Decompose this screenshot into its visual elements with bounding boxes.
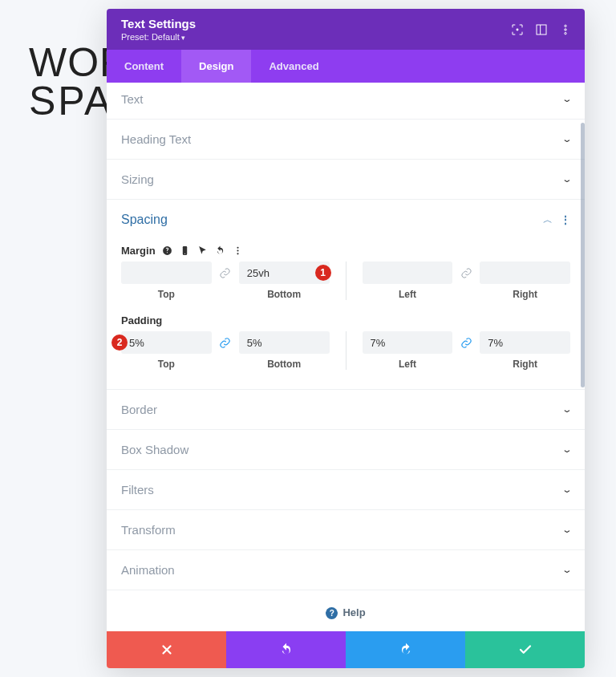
chevron-up-icon[interactable]: ︿: [543, 213, 553, 227]
padding-bottom-label: Bottom: [239, 359, 330, 370]
padding-top-label: Top: [121, 359, 212, 370]
svg-rect-1: [537, 25, 546, 34]
separator: [346, 261, 346, 300]
section-spacing: Spacing ︿ ⋮ Margin: [107, 200, 585, 390]
margin-inputs: Top Bottom 1: [121, 261, 570, 300]
margin-top-input[interactable]: [121, 261, 212, 284]
margin-left-input[interactable]: [363, 261, 453, 284]
section-sizing-label: Sizing: [121, 172, 154, 186]
help-text: Help: [342, 606, 365, 618]
modal-footer: [107, 631, 585, 668]
chevron-down-icon: ⌄: [561, 94, 573, 104]
focus-icon[interactable]: [511, 23, 524, 36]
link-icon[interactable]: [218, 261, 233, 284]
svg-point-4: [565, 28, 566, 30]
section-transform[interactable]: Transform ⌄: [107, 510, 585, 550]
padding-bottom-input[interactable]: [239, 331, 330, 354]
margin-bottom-label: Bottom: [239, 289, 330, 300]
header-icons: [511, 23, 572, 36]
section-more-icon[interactable]: ⋮: [561, 214, 570, 225]
section-sizing[interactable]: Sizing ⌄: [107, 160, 585, 200]
link-icon[interactable]: [459, 261, 473, 284]
section-box-shadow-label: Box Shadow: [121, 443, 188, 456]
margin-subhead: Margin: [121, 245, 570, 257]
section-filters-label: Filters: [121, 483, 154, 497]
margin-left-label: Left: [363, 289, 453, 300]
svg-point-5: [565, 32, 566, 34]
help-icon: ?: [326, 607, 338, 619]
modal-body: Text ⌄ Heading Text ⌄ Sizing ⌄ Spacing ︿…: [107, 83, 585, 631]
margin-top-label: Top: [121, 289, 212, 300]
margin-right-input[interactable]: [480, 261, 570, 284]
more-vert-icon[interactable]: [559, 23, 572, 36]
svg-point-3: [565, 25, 566, 26]
padding-right-input[interactable]: [480, 331, 570, 354]
separator: [346, 331, 346, 370]
spacing-header-right: ︿ ⋮: [543, 213, 570, 227]
tab-advanced[interactable]: Advanced: [251, 50, 336, 83]
padding-right-label: Right: [480, 359, 570, 370]
section-box-shadow[interactable]: Box Shadow ⌄: [107, 430, 585, 470]
chevron-down-icon: ⌄: [561, 525, 573, 535]
spacing-header[interactable]: Spacing ︿ ⋮: [121, 213, 570, 227]
section-border-label: Border: [121, 403, 157, 416]
padding-left-label: Left: [363, 359, 453, 370]
chevron-down-icon: ⌄: [561, 565, 573, 575]
modal-header: Text Settings Preset: Default: [107, 9, 585, 50]
svg-point-8: [237, 247, 239, 249]
redo-button[interactable]: [346, 631, 465, 668]
callout-1: 1: [315, 265, 331, 281]
chevron-down-icon: ⌄: [561, 404, 573, 415]
spacing-label: Spacing: [121, 213, 168, 227]
scrollbar[interactable]: [581, 123, 585, 387]
svg-point-7: [184, 253, 185, 254]
layout-icon[interactable]: [535, 23, 548, 36]
help-icon[interactable]: [162, 245, 173, 257]
phone-icon[interactable]: [180, 245, 191, 257]
svg-point-10: [237, 253, 239, 254]
save-button[interactable]: [465, 631, 585, 668]
undo-button[interactable]: [226, 631, 346, 668]
padding-inputs: 2 Top Bottom: [121, 331, 570, 370]
section-text-label: Text: [121, 92, 144, 106]
help-link[interactable]: ?Help: [107, 590, 585, 630]
chevron-down-icon: ⌄: [561, 134, 573, 144]
text-settings-modal: Text Settings Preset: Default Content De…: [107, 9, 585, 668]
svg-point-0: [517, 28, 519, 30]
reset-icon[interactable]: [215, 245, 226, 257]
svg-point-9: [237, 249, 239, 251]
padding-subhead: Padding: [121, 314, 570, 326]
padding-left-input[interactable]: [363, 331, 453, 354]
tabs: Content Design Advanced: [107, 50, 585, 83]
link-icon[interactable]: [218, 331, 233, 354]
modal-title: Text Settings: [121, 17, 196, 30]
cancel-button[interactable]: [107, 631, 226, 668]
margin-right-label: Right: [480, 289, 570, 300]
margin-label: Margin: [121, 245, 156, 257]
section-animation[interactable]: Animation ⌄: [107, 550, 585, 590]
section-text[interactable]: Text ⌄: [107, 83, 585, 120]
header-left: Text Settings Preset: Default: [121, 17, 196, 42]
section-border[interactable]: Border ⌄: [107, 390, 585, 430]
tab-design[interactable]: Design: [181, 50, 251, 83]
link-icon[interactable]: [459, 331, 473, 354]
padding-top-input[interactable]: [121, 331, 212, 354]
callout-2: 2: [111, 334, 128, 351]
section-heading-text[interactable]: Heading Text ⌄: [107, 120, 585, 160]
section-animation-label: Animation: [121, 563, 175, 577]
chevron-down-icon: ⌄: [561, 174, 573, 184]
more-vert-icon[interactable]: [233, 245, 244, 257]
section-heading-text-label: Heading Text: [121, 132, 191, 146]
cursor-icon[interactable]: [197, 245, 209, 257]
preset-dropdown[interactable]: Preset: Default: [121, 32, 196, 42]
chevron-down-icon: ⌄: [561, 484, 573, 495]
section-transform-label: Transform: [121, 523, 176, 537]
padding-label: Padding: [121, 314, 162, 326]
tab-content[interactable]: Content: [107, 50, 181, 83]
section-filters[interactable]: Filters ⌄: [107, 470, 585, 510]
chevron-down-icon: ⌄: [561, 444, 573, 455]
